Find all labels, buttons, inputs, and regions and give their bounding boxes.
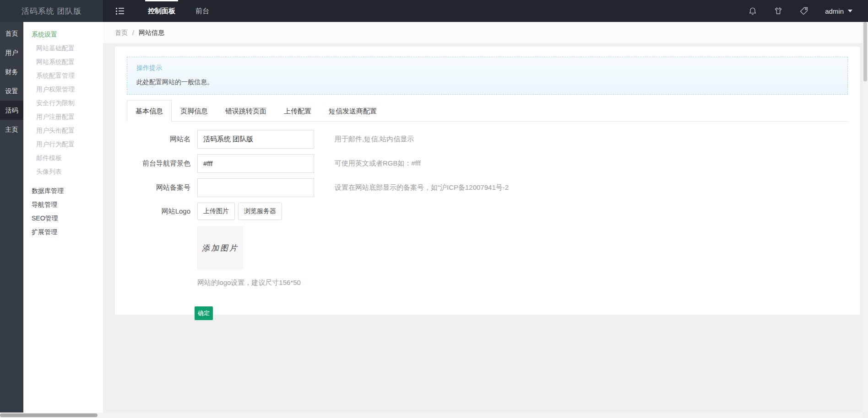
menu-toggle-bar <box>116 13 124 15</box>
submenu-item-system-config-mgmt[interactable]: 系统配置管理 <box>23 69 103 82</box>
notifications-bell-icon[interactable] <box>748 6 757 16</box>
tip-body: 此处配置网站的一般信息。 <box>136 78 838 86</box>
submenu-item-site-system-config[interactable]: 网站系统配置 <box>23 55 103 69</box>
sidebar-item-users[interactable]: 用户 <box>0 43 23 62</box>
primary-sidebar: 首页 用户 财务 设置 活码 主页 <box>0 22 23 418</box>
chevron-down-icon <box>848 10 852 12</box>
breadcrumb-current: 网站信息 <box>139 29 164 37</box>
submenu-item-security-limit[interactable]: 安全行为限制 <box>23 96 103 110</box>
sidebar-item-settings[interactable]: 设置 <box>0 81 23 101</box>
breadcrumb: 首页 / 网站信息 <box>103 22 868 44</box>
form-row-site-logo: 网站Logo 上传图片 浏览服务器 <box>127 203 848 220</box>
user-menu[interactable]: admin <box>825 7 852 15</box>
tip-title: 操作提示 <box>136 64 838 72</box>
topbar-actions: admin <box>748 0 868 22</box>
browse-server-button[interactable]: 浏览服务器 <box>238 203 282 220</box>
secondary-sidebar: 系统设置 网站基础配置 网站系统配置 系统配置管理 用户权限管理 安全行为限制 … <box>23 22 103 418</box>
horizontal-scrollbar-thumb[interactable] <box>0 413 98 417</box>
menu-toggle-bar <box>116 11 124 12</box>
basic-info-form: 网站名 用于邮件,短信,站内信显示 前台导航背景色 可使用英文或者RGB如：#f… <box>127 130 848 320</box>
vertical-scrollbar[interactable] <box>863 22 868 413</box>
menu-toggle-bar <box>116 8 124 9</box>
confirm-button[interactable]: 确定 <box>195 306 213 320</box>
app-logo: 活码系统 团队版 <box>0 0 103 22</box>
tab-sms-provider-config[interactable]: 短信发送商配置 <box>320 100 385 122</box>
breadcrumb-separator: / <box>132 29 134 37</box>
form-row-icp-number: 网站备案号 设置在网站底部显示的备案号，如“沪ICP备12007941号-2 <box>127 178 848 197</box>
topnav-frontend[interactable]: 前台 <box>185 0 219 22</box>
submenu-item-site-basic-config[interactable]: 网站基础配置 <box>23 41 103 55</box>
sidebar-item-finance[interactable]: 财务 <box>0 62 23 81</box>
sidebar-item-home[interactable]: 首页 <box>0 24 23 43</box>
main-content: 首页 / 网站信息 操作提示 此处配置网站的一般信息。 基本信息 页脚信息 错误… <box>103 22 868 418</box>
site-name-label: 网站名 <box>127 135 197 144</box>
operation-tip-box: 操作提示 此处配置网站的一般信息。 <box>127 57 848 95</box>
sidebar-item-homepage[interactable]: 主页 <box>0 120 23 139</box>
submenu-item-database-mgmt[interactable]: 数据库管理 <box>23 184 103 198</box>
tab-footer-info[interactable]: 页脚信息 <box>172 100 217 122</box>
submenu-item-user-behavior-config[interactable]: 用户行为配置 <box>23 137 103 151</box>
site-logo-label: 网站Logo <box>127 207 197 216</box>
icp-number-hint: 设置在网站底部显示的备案号，如“沪ICP备12007941号-2 <box>335 183 509 192</box>
vertical-scrollbar-thumb[interactable] <box>863 22 867 81</box>
form-row-site-name: 网站名 用于邮件,短信,站内信显示 <box>127 130 848 149</box>
submenu-item-user-permission[interactable]: 用户权限管理 <box>23 82 103 96</box>
submenu-divider <box>23 178 103 184</box>
nav-bg-color-label: 前台导航背景色 <box>127 159 197 168</box>
horizontal-scrollbar[interactable] <box>0 413 863 418</box>
site-name-input[interactable] <box>197 130 314 149</box>
tab-upload-config[interactable]: 上传配置 <box>275 100 320 122</box>
logo-image-placeholder[interactable]: 添加图片 <box>197 226 243 269</box>
tab-basic-info[interactable]: 基本信息 <box>127 100 172 122</box>
submenu-item-user-title-config[interactable]: 用户头衔配置 <box>23 123 103 137</box>
submenu-item-mail-template[interactable]: 邮件模板 <box>23 151 103 165</box>
menu-toggle-icon[interactable] <box>110 4 130 19</box>
tab-error-redirect[interactable]: 错误跳转页面 <box>217 100 275 122</box>
breadcrumb-home[interactable]: 首页 <box>115 29 128 37</box>
form-row-nav-bg-color: 前台导航背景色 可使用英文或者RGB如：#fff <box>127 154 848 173</box>
submenu-item-seo-mgmt[interactable]: SEO管理 <box>23 211 103 225</box>
settings-card: 操作提示 此处配置网站的一般信息。 基本信息 页脚信息 错误跳转页面 上传配置 … <box>115 47 860 315</box>
settings-tabs: 基本信息 页脚信息 错误跳转页面 上传配置 短信发送商配置 <box>127 100 848 122</box>
nav-bg-color-input[interactable] <box>197 154 314 173</box>
username: admin <box>825 7 844 15</box>
submenu-item-extension-mgmt[interactable]: 扩展管理 <box>23 225 103 239</box>
submenu-title-system-settings[interactable]: 系统设置 <box>23 27 103 41</box>
site-name-hint: 用于邮件,短信,站内信显示 <box>335 135 414 144</box>
icp-number-label: 网站备案号 <box>127 183 197 192</box>
tag-icon[interactable] <box>799 6 808 16</box>
theme-tshirt-icon[interactable] <box>774 6 783 16</box>
submenu-item-avatar-list[interactable]: 头像列表 <box>23 165 103 178</box>
site-logo-hint: 网站的logo设置，建议尺寸156*50 <box>197 279 848 287</box>
submenu-item-user-register-config[interactable]: 用户注册配置 <box>23 110 103 123</box>
icp-number-input[interactable] <box>197 178 314 197</box>
submenu-item-nav-mgmt[interactable]: 导航管理 <box>23 198 103 211</box>
nav-bg-color-hint: 可使用英文或者RGB如：#fff <box>335 159 421 168</box>
topbar: 活码系统 团队版 控制面板 前台 admin <box>0 0 868 22</box>
topnav-dashboard[interactable]: 控制面板 <box>138 0 185 22</box>
upload-image-button[interactable]: 上传图片 <box>197 203 235 220</box>
sidebar-item-livecode[interactable]: 活码 <box>0 101 23 120</box>
top-nav: 控制面板 前台 <box>138 0 219 22</box>
